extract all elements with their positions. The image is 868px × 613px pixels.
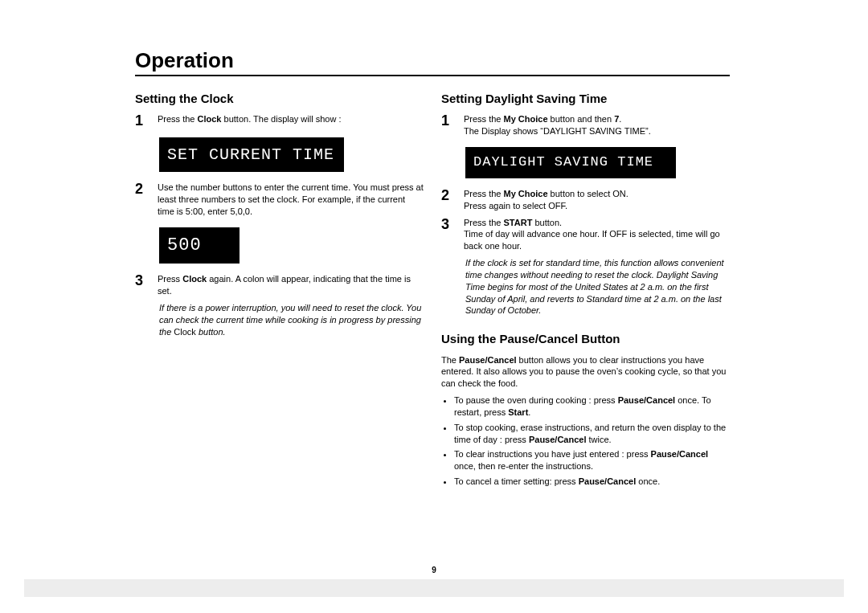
text: The: [441, 355, 459, 365]
my-choice-label: My Choice: [504, 189, 548, 198]
text: Time of day will advance one hour. If OF…: [464, 228, 730, 252]
lcd-display-500: 500: [159, 227, 240, 264]
pause-cancel-label: Pause/Cancel: [579, 476, 637, 486]
page-number: 9: [0, 566, 868, 574]
step-body: Press the My Choice button and then 7. T…: [464, 113, 730, 137]
text: .: [528, 407, 530, 417]
dst-note: If the clock is set for standard time, t…: [465, 257, 730, 317]
pause-cancel-label: Pause/Cancel: [459, 355, 517, 365]
clock-step-2: 2 Use the number buttons to enter the cu…: [135, 182, 424, 218]
page-footer: 9: [0, 566, 868, 597]
step-body: Press Clock again. A colon will appear, …: [158, 273, 424, 297]
start-label: Start: [508, 407, 528, 417]
step-body: Use the number buttons to enter the curr…: [158, 182, 424, 218]
bullet-timer: To cancel a timer setting: press Pause/C…: [454, 476, 730, 488]
step-number: 3: [135, 273, 148, 297]
step-number: 1: [441, 113, 454, 137]
right-column: Setting Daylight Saving Time 1 Press the…: [441, 88, 730, 491]
text: Press the: [464, 218, 504, 227]
text: To cancel a timer setting: press: [454, 476, 579, 486]
content-area: Operation Setting the Clock 1 Press the …: [135, 48, 730, 491]
clock-note: If there is a power interruption, you wi…: [159, 302, 424, 338]
text: button and then: [548, 114, 615, 124]
text: button. The display will show :: [222, 114, 342, 124]
text: Press the: [158, 114, 198, 124]
bullet-pause: To pause the oven during cooking : press…: [454, 394, 730, 419]
start-label: START: [504, 218, 533, 227]
dst-step-1: 1 Press the My Choice button and then 7.…: [441, 113, 730, 137]
dst-step-3: 3 Press the START button. Time of day wi…: [441, 217, 730, 253]
clock-step-1: 1 Press the Clock button. The display wi…: [135, 113, 424, 128]
dst-step-2: 2 Press the My Choice button to select O…: [441, 188, 730, 212]
columns: Setting the Clock 1 Press the Clock butt…: [135, 88, 730, 491]
page-title: Operation: [135, 48, 730, 76]
step-number: 3: [441, 217, 454, 253]
text: Press the: [464, 114, 504, 124]
step-body: Press the START button. Time of day will…: [464, 217, 730, 253]
text: To pause the oven during cooking : press: [454, 395, 618, 405]
text: To clear instructions you have just ente…: [454, 449, 651, 459]
lcd-display-set-time: SET CURRENT TIME: [159, 137, 344, 172]
section-pause-cancel: Using the Pause/Cancel Button: [441, 331, 730, 347]
left-column: Setting the Clock 1 Press the Clock butt…: [135, 88, 424, 491]
my-choice-label: My Choice: [504, 114, 548, 124]
pause-cancel-label: Pause/Cancel: [618, 395, 676, 405]
step-number: 2: [441, 188, 454, 212]
manual-page: Operation Setting the Clock 1 Press the …: [0, 0, 868, 613]
footer-bar: [24, 579, 844, 597]
section-dst: Setting Daylight Saving Time: [441, 91, 730, 107]
pause-cancel-label: Pause/Cancel: [529, 435, 587, 444]
text: Press the: [464, 189, 504, 198]
clock-step-3: 3 Press Clock again. A colon will appear…: [135, 273, 424, 297]
pause-intro: The Pause/Cancel button allows you to cl…: [441, 354, 730, 390]
text: Press again to select OFF.: [464, 200, 730, 212]
text: once, then re-enter the instructions.: [454, 461, 593, 471]
step-number: 1: [135, 113, 148, 128]
pause-cancel-label: Pause/Cancel: [651, 449, 709, 459]
text: The Display shows “DAYLIGHT SAVING TIME”…: [464, 125, 730, 137]
bullet-clear: To clear instructions you have just ente…: [454, 448, 730, 472]
clock-label: Clock: [198, 114, 222, 124]
lcd-display-dst: DAYLIGHT SAVING TIME: [465, 147, 676, 178]
text: once.: [636, 476, 660, 486]
clock-label: Clock: [174, 327, 196, 337]
pause-bullets: To pause the oven during cooking : press…: [454, 394, 730, 488]
text: button.: [532, 218, 562, 227]
section-setting-clock: Setting the Clock: [135, 91, 424, 107]
step-number: 2: [135, 182, 148, 218]
text: button to select ON.: [548, 189, 628, 198]
clock-label: Clock: [182, 274, 207, 284]
step-body: Press the My Choice button to select ON.…: [464, 188, 730, 212]
text: twice.: [586, 435, 611, 444]
text: button.: [196, 327, 226, 337]
step-body: Press the Clock button. The display will…: [158, 113, 424, 128]
bullet-stop: To stop cooking, erase instructions, and…: [454, 422, 730, 446]
text: Press: [158, 274, 182, 284]
text: .: [619, 114, 621, 124]
